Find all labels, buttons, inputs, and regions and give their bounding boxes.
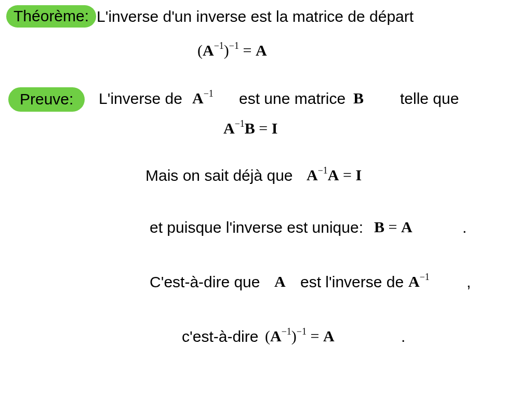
matrix-A: A [307,166,318,183]
exp-minus1: −1 [318,165,328,176]
paren-close: ) [291,327,297,344]
proof-row: Preuve: [8,87,85,112]
math-B: B [353,89,364,107]
exp-minus1-outer: −1 [297,326,307,337]
exp-minus1: −1 [235,118,245,129]
proof-line5-dot: . [401,327,405,346]
proof-line4-a: C'est-à-dire que [150,273,260,291]
proof-line2: Mais on sait déjà que [145,166,293,185]
proof-line4-comma: , [467,273,471,291]
equals: = [243,42,251,59]
equation-ab-i: A−1B = I [223,119,277,137]
matrix-A: A [270,327,282,344]
matrix-I: I [272,119,278,137]
matrix-B: B [374,218,384,235]
equation-main: (A−1)−1 = A [197,42,267,59]
math-A-inv: A−1 [192,89,214,107]
proof-line1-a: L'inverse de [99,89,182,108]
proof-label: Preuve: [20,90,73,108]
matrix-A-rhs: A [256,42,267,59]
proof-pill: Preuve: [8,87,85,112]
matrix-A: A [192,89,204,107]
theorem-row: Théorème: [6,5,96,28]
equals: = [343,166,352,183]
matrix-A: A [408,273,420,290]
paren-close: ) [224,42,229,59]
matrix-A-rhs: A [323,327,335,344]
matrix-B: B [245,119,255,137]
theorem-statement: L'inverse d'un inverse est la matrice de… [97,7,414,26]
math-A-inv2: A−1 [408,273,430,290]
matrix-A: A [223,119,235,137]
paren-open: ( [197,42,203,59]
exp-minus1: −1 [420,272,430,282]
equals: = [389,218,397,235]
equation-aa-i: A−1A = I [307,166,362,184]
proof-line4-b: est l'inverse de [300,273,404,291]
proof-line1-c: telle que [400,89,459,108]
matrix-A2: A [328,166,339,183]
theorem-label: Théorème: [14,7,89,24]
proof-line5: c'est-à-dire [182,327,258,346]
exp-minus1-outer: −1 [229,41,239,51]
exp-minus1: −1 [214,41,224,51]
equals: = [259,119,268,137]
equals: = [310,327,319,344]
matrix-I: I [355,166,362,183]
matrix-A: A [274,273,286,290]
equation-b-a: B = A [374,218,413,236]
math-A-solo: A [274,273,286,290]
equation-final: (A−1)−1 = A [265,327,335,345]
exp-minus1: −1 [282,326,291,337]
proof-line3: et puisque l'inverse est unique: [150,218,363,237]
matrix-A: A [401,218,413,235]
matrix-A: A [203,42,214,59]
proof-line1-b: est une matrice [239,89,345,108]
proof-line3-dot: . [462,218,467,237]
slide: Théorème: L'inverse d'un inverse est la … [0,0,532,399]
paren-open: ( [265,327,270,344]
matrix-B: B [353,89,364,107]
theorem-pill: Théorème: [6,5,96,28]
exp-minus1: −1 [204,88,214,99]
